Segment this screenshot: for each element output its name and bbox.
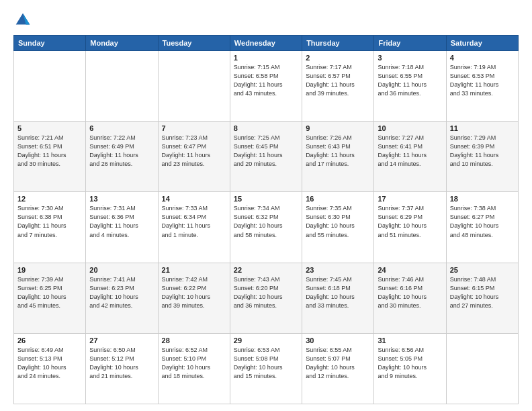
calendar-day-header: Tuesday <box>158 36 230 51</box>
day-info: Sunrise: 7:29 AM Sunset: 6:39 PM Dayligh… <box>450 134 515 169</box>
day-info: Sunrise: 7:31 AM Sunset: 6:36 PM Dayligh… <box>89 204 154 239</box>
day-number: 4 <box>450 54 515 62</box>
day-info: Sunrise: 7:27 AM Sunset: 6:41 PM Dayligh… <box>378 134 442 169</box>
day-info: Sunrise: 7:19 AM Sunset: 6:53 PM Dayligh… <box>450 63 515 98</box>
calendar-week-row: 5Sunrise: 7:21 AM Sunset: 6:51 PM Daylig… <box>14 122 519 192</box>
calendar-cell <box>158 51 230 122</box>
day-info: Sunrise: 6:52 AM Sunset: 5:10 PM Dayligh… <box>162 346 226 381</box>
day-number: 11 <box>450 124 515 132</box>
day-info: Sunrise: 6:53 AM Sunset: 5:08 PM Dayligh… <box>234 346 298 381</box>
day-number: 13 <box>89 195 154 203</box>
calendar-cell: 23Sunrise: 7:45 AM Sunset: 6:18 PM Dayli… <box>302 263 374 333</box>
page: SundayMondayTuesdayWednesdayThursdayFrid… <box>0 0 532 411</box>
day-info: Sunrise: 6:56 AM Sunset: 5:05 PM Dayligh… <box>378 346 442 381</box>
day-number: 12 <box>17 195 82 203</box>
day-number: 29 <box>234 336 298 345</box>
calendar-table: SundayMondayTuesdayWednesdayThursdayFrid… <box>13 35 519 404</box>
day-number: 19 <box>17 266 82 274</box>
day-info: Sunrise: 7:45 AM Sunset: 6:18 PM Dayligh… <box>306 275 370 310</box>
calendar-day-header: Friday <box>374 36 446 51</box>
day-info: Sunrise: 7:39 AM Sunset: 6:25 PM Dayligh… <box>17 275 82 310</box>
day-info: Sunrise: 7:38 AM Sunset: 6:27 PM Dayligh… <box>450 204 515 239</box>
calendar-cell: 8Sunrise: 7:25 AM Sunset: 6:45 PM Daylig… <box>230 122 302 192</box>
day-info: Sunrise: 7:34 AM Sunset: 6:32 PM Dayligh… <box>234 204 298 239</box>
day-number: 20 <box>89 266 154 274</box>
logo <box>13 11 35 30</box>
day-number: 2 <box>306 54 370 62</box>
calendar-cell: 18Sunrise: 7:38 AM Sunset: 6:27 PM Dayli… <box>446 192 518 263</box>
calendar-cell: 26Sunrise: 6:49 AM Sunset: 5:13 PM Dayli… <box>14 333 86 404</box>
day-number: 27 <box>89 336 154 345</box>
day-info: Sunrise: 7:18 AM Sunset: 6:55 PM Dayligh… <box>378 63 442 98</box>
calendar-cell <box>86 51 158 122</box>
calendar-header-row: SundayMondayTuesdayWednesdayThursdayFrid… <box>14 36 519 51</box>
calendar-cell: 13Sunrise: 7:31 AM Sunset: 6:36 PM Dayli… <box>86 192 158 263</box>
calendar-cell: 21Sunrise: 7:42 AM Sunset: 6:22 PM Dayli… <box>158 263 230 333</box>
day-number: 28 <box>162 336 226 345</box>
calendar-cell <box>14 51 86 122</box>
calendar-day-header: Wednesday <box>230 36 302 51</box>
calendar-cell: 9Sunrise: 7:26 AM Sunset: 6:43 PM Daylig… <box>302 122 374 192</box>
calendar-cell: 2Sunrise: 7:17 AM Sunset: 6:57 PM Daylig… <box>302 51 374 122</box>
day-info: Sunrise: 7:48 AM Sunset: 6:15 PM Dayligh… <box>450 275 515 310</box>
calendar-cell: 31Sunrise: 6:56 AM Sunset: 5:05 PM Dayli… <box>374 333 446 404</box>
day-number: 26 <box>17 336 82 345</box>
calendar-cell: 1Sunrise: 7:15 AM Sunset: 6:58 PM Daylig… <box>230 51 302 122</box>
calendar-cell: 27Sunrise: 6:50 AM Sunset: 5:12 PM Dayli… <box>86 333 158 404</box>
calendar-cell: 19Sunrise: 7:39 AM Sunset: 6:25 PM Dayli… <box>14 263 86 333</box>
day-info: Sunrise: 7:21 AM Sunset: 6:51 PM Dayligh… <box>17 134 82 169</box>
calendar-cell: 5Sunrise: 7:21 AM Sunset: 6:51 PM Daylig… <box>14 122 86 192</box>
calendar-week-row: 12Sunrise: 7:30 AM Sunset: 6:38 PM Dayli… <box>14 192 519 263</box>
calendar-week-row: 1Sunrise: 7:15 AM Sunset: 6:58 PM Daylig… <box>14 51 519 122</box>
calendar-cell: 30Sunrise: 6:55 AM Sunset: 5:07 PM Dayli… <box>302 333 374 404</box>
day-number: 21 <box>162 266 226 274</box>
day-number: 10 <box>378 124 442 132</box>
calendar-cell: 25Sunrise: 7:48 AM Sunset: 6:15 PM Dayli… <box>446 263 518 333</box>
calendar-cell: 16Sunrise: 7:35 AM Sunset: 6:30 PM Dayli… <box>302 192 374 263</box>
day-number: 5 <box>17 124 82 132</box>
day-number: 16 <box>306 195 370 203</box>
day-number: 18 <box>450 195 515 203</box>
day-number: 15 <box>234 195 298 203</box>
day-number: 22 <box>234 266 298 274</box>
day-info: Sunrise: 7:35 AM Sunset: 6:30 PM Dayligh… <box>306 204 370 239</box>
day-number: 23 <box>306 266 370 274</box>
day-number: 30 <box>306 336 370 345</box>
calendar-cell <box>446 333 518 404</box>
calendar-day-header: Saturday <box>446 36 518 51</box>
calendar-cell: 24Sunrise: 7:46 AM Sunset: 6:16 PM Dayli… <box>374 263 446 333</box>
day-info: Sunrise: 6:50 AM Sunset: 5:12 PM Dayligh… <box>89 346 154 381</box>
calendar-day-header: Sunday <box>14 36 86 51</box>
day-info: Sunrise: 7:25 AM Sunset: 6:45 PM Dayligh… <box>234 134 298 169</box>
day-info: Sunrise: 6:55 AM Sunset: 5:07 PM Dayligh… <box>306 346 370 381</box>
day-info: Sunrise: 7:41 AM Sunset: 6:23 PM Dayligh… <box>89 275 154 310</box>
day-number: 25 <box>450 266 515 274</box>
day-info: Sunrise: 7:30 AM Sunset: 6:38 PM Dayligh… <box>17 204 82 239</box>
calendar-cell: 7Sunrise: 7:23 AM Sunset: 6:47 PM Daylig… <box>158 122 230 192</box>
calendar-cell: 10Sunrise: 7:27 AM Sunset: 6:41 PM Dayli… <box>374 122 446 192</box>
calendar-cell: 3Sunrise: 7:18 AM Sunset: 6:55 PM Daylig… <box>374 51 446 122</box>
logo-icon <box>13 11 32 30</box>
calendar-day-header: Thursday <box>302 36 374 51</box>
calendar-cell: 4Sunrise: 7:19 AM Sunset: 6:53 PM Daylig… <box>446 51 518 122</box>
calendar-cell: 20Sunrise: 7:41 AM Sunset: 6:23 PM Dayli… <box>86 263 158 333</box>
day-info: Sunrise: 7:22 AM Sunset: 6:49 PM Dayligh… <box>89 134 154 169</box>
calendar-cell: 29Sunrise: 6:53 AM Sunset: 5:08 PM Dayli… <box>230 333 302 404</box>
calendar-cell: 11Sunrise: 7:29 AM Sunset: 6:39 PM Dayli… <box>446 122 518 192</box>
day-number: 24 <box>378 266 442 274</box>
calendar-cell: 12Sunrise: 7:30 AM Sunset: 6:38 PM Dayli… <box>14 192 86 263</box>
day-info: Sunrise: 7:23 AM Sunset: 6:47 PM Dayligh… <box>162 134 226 169</box>
day-info: Sunrise: 7:26 AM Sunset: 6:43 PM Dayligh… <box>306 134 370 169</box>
day-number: 3 <box>378 54 442 62</box>
calendar-cell: 17Sunrise: 7:37 AM Sunset: 6:29 PM Dayli… <box>374 192 446 263</box>
day-number: 7 <box>162 124 226 132</box>
day-number: 17 <box>378 195 442 203</box>
day-number: 1 <box>234 54 298 62</box>
day-number: 6 <box>89 124 154 132</box>
day-number: 14 <box>162 195 226 203</box>
day-info: Sunrise: 7:42 AM Sunset: 6:22 PM Dayligh… <box>162 275 226 310</box>
calendar-week-row: 19Sunrise: 7:39 AM Sunset: 6:25 PM Dayli… <box>14 263 519 333</box>
day-info: Sunrise: 7:43 AM Sunset: 6:20 PM Dayligh… <box>234 275 298 310</box>
calendar-cell: 15Sunrise: 7:34 AM Sunset: 6:32 PM Dayli… <box>230 192 302 263</box>
calendar-day-header: Monday <box>86 36 158 51</box>
